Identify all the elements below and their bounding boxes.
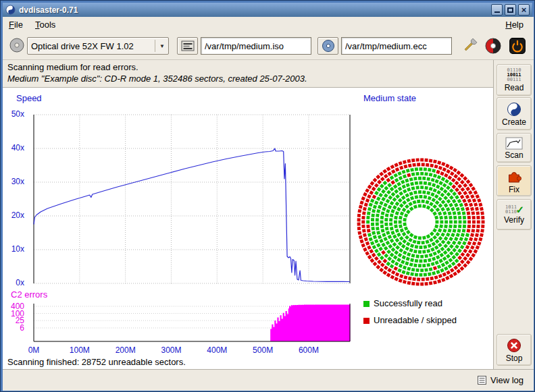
close-button[interactable]: ×: [518, 4, 530, 16]
axis-tick-label: 300M: [157, 345, 184, 355]
fix-icon: [506, 168, 522, 184]
minimize-icon: [494, 11, 500, 13]
chevron-down-icon: ▼: [155, 40, 165, 52]
verify-label: Verify: [504, 216, 524, 224]
toolbar: Optical drive 52X FW 1.02 ▼: [3, 32, 534, 60]
wrench-icon: [461, 37, 478, 55]
create-button[interactable]: Create: [496, 97, 532, 130]
chart-panel: Speed Medium state C2 errors Successfull…: [3, 87, 493, 369]
minimize-button[interactable]: [491, 4, 503, 16]
menubar: File Tools Help: [3, 17, 534, 32]
verify-button[interactable]: 1011 0110 ✓ Verify: [496, 199, 532, 230]
status-header: Scanning medium for read errors. Medium …: [3, 60, 493, 87]
power-icon: [509, 37, 526, 55]
create-icon: [507, 102, 521, 117]
window-title: dvdisaster-0.71: [19, 5, 488, 15]
log-icon: [478, 376, 486, 385]
medium-state-title: Medium state: [363, 93, 416, 103]
drive-icon: [8, 36, 26, 54]
scan-label: Scan: [505, 151, 523, 159]
window-controls: ×: [491, 4, 530, 16]
app-icon: [5, 5, 16, 15]
axis-tick-label: 200M: [112, 345, 139, 355]
read-button[interactable]: 01110 10011 00111 Read: [496, 64, 532, 96]
menu-tools[interactable]: Tools: [29, 18, 61, 32]
axis-tick-label: 100M: [66, 345, 93, 355]
menu-help[interactable]: Help: [499, 18, 530, 32]
status-line-1: Scanning medium for read errors.: [7, 62, 138, 72]
c2-errors-title: C2 errors: [11, 289, 47, 300]
ecc-file-button[interactable]: [317, 37, 338, 55]
read-label: Read: [505, 84, 524, 92]
stop-button[interactable]: Stop: [496, 334, 532, 366]
read-icon: 01110 10011 00111: [507, 68, 521, 82]
axis-tick-label: 600M: [295, 345, 322, 355]
drive-select[interactable]: Optical drive 52X FW 1.02 ▼: [27, 37, 169, 55]
axis-tick-label: 50x: [4, 109, 24, 119]
scan-icon: [505, 137, 523, 150]
app-window: dvdisaster-0.71 × File Tools Help Optica…: [0, 0, 535, 392]
create-label: Create: [502, 118, 526, 126]
legend-read-label: Successfully read: [374, 298, 442, 308]
medium-state-disc: [353, 155, 488, 289]
legend-unreadable-swatch: [363, 318, 370, 324]
ecc-file-icon: [322, 39, 335, 53]
check-icon: ✓: [515, 205, 524, 215]
preferences-button[interactable]: [459, 36, 480, 56]
axis-tick-label: 20x: [4, 211, 24, 220]
axis-tick-label: 0M: [20, 345, 47, 355]
speed-chart-title: Speed: [16, 93, 42, 103]
view-log-label: View log: [490, 375, 524, 385]
axis-tick-label: 0x: [4, 278, 24, 287]
scan-result-text: Scanning finished: 28752 unreadable sect…: [7, 357, 186, 367]
view-log-button[interactable]: View log: [474, 373, 527, 387]
dvdisaster-logo-icon: [484, 37, 502, 55]
client-area: File Tools Help Optical drive 52X FW 1.0…: [3, 17, 534, 391]
axis-tick-label: 500M: [249, 345, 276, 355]
image-file-button[interactable]: [177, 37, 198, 55]
verify-icon: 1011 0110 ✓: [504, 205, 524, 215]
fix-label: Fix: [509, 186, 519, 194]
axis-tick-label: 10x: [4, 244, 24, 254]
logo-button[interactable]: [483, 36, 503, 56]
drive-select-value: Optical drive 52X FW 1.02: [31, 41, 152, 51]
image-file-input[interactable]: [201, 37, 311, 55]
bottom-bar: View log: [3, 369, 534, 391]
stop-label: Stop: [506, 354, 523, 362]
axis-tick-label: 400M: [203, 345, 230, 355]
ecc-file-input[interactable]: [341, 37, 452, 55]
close-icon: ×: [521, 5, 527, 14]
menu-file[interactable]: File: [3, 18, 29, 32]
titlebar[interactable]: dvdisaster-0.71 ×: [3, 3, 532, 17]
c2-errors-chart: [27, 301, 353, 345]
fix-button[interactable]: Fix: [496, 165, 532, 196]
legend-read-swatch: [363, 301, 370, 307]
stop-icon: [507, 338, 521, 353]
scan-button[interactable]: Scan: [496, 133, 532, 163]
legend-unreadable-label: Unreadable / skipped: [374, 315, 457, 325]
quit-button[interactable]: [507, 36, 528, 56]
axis-tick-label: 40x: [4, 143, 24, 152]
maximize-button[interactable]: [505, 4, 516, 16]
maximize-icon: [507, 7, 513, 13]
status-line-2: Medium "Example disc": CD-R mode 1, 3524…: [7, 74, 307, 84]
action-sidebar: 01110 10011 00111 Read Create: [493, 60, 534, 369]
axis-tick-label: 400: [4, 302, 24, 311]
image-file-icon: [181, 40, 195, 51]
speed-chart: [27, 108, 353, 289]
axis-tick-label: 30x: [4, 177, 24, 186]
